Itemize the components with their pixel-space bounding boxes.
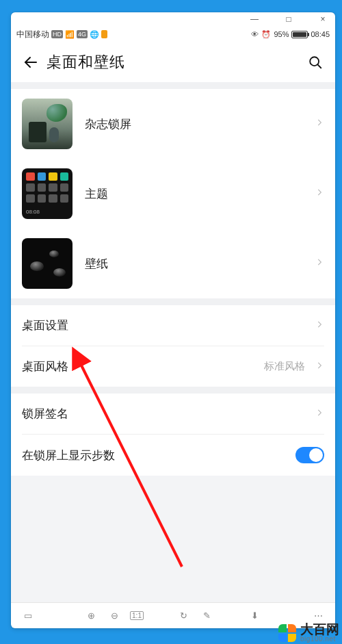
download-icon[interactable]: ⬇ — [248, 610, 263, 621]
row-lock-signature[interactable]: 锁屏签名 — [11, 394, 335, 434]
home-settings-label: 桌面设置 — [22, 318, 68, 333]
watermark-url: big100.net — [300, 636, 339, 643]
row-home-style[interactable]: 桌面风格 标准风格 — [11, 346, 335, 387]
show-steps-label: 在锁屏上显示步数 — [22, 448, 115, 463]
globe-icon: 🌐 — [90, 30, 99, 39]
app-badge — [101, 30, 107, 38]
battery-percent: 95% — [274, 30, 289, 38]
row-show-steps: 在锁屏上显示步数 — [11, 435, 335, 476]
battery-icon — [291, 31, 308, 38]
wallpaper-label: 壁纸 — [85, 256, 309, 272]
clock-label: 08:45 — [311, 30, 330, 38]
signal-icon: 📶 — [65, 30, 75, 39]
content-area: 杂志锁屏 08:08 主题 — [11, 82, 335, 602]
network-badge: 4G — [77, 30, 88, 38]
edit-icon[interactable]: ✎ — [200, 610, 215, 621]
home-style-label: 桌面风格 — [22, 359, 68, 374]
row-wallpaper[interactable]: 壁纸 — [11, 229, 335, 298]
emulator-window: — □ × 中国移动 HD 📶 4G 🌐 👁 ⏰ 95% 08:45 — [11, 12, 335, 628]
chevron-right-icon — [309, 407, 324, 421]
row-magazine-lock[interactable]: 杂志锁屏 — [11, 89, 335, 159]
watermark: 大百网 big100.net — [278, 623, 339, 643]
search-button[interactable] — [304, 51, 327, 74]
rotate-icon[interactable]: ↻ — [176, 610, 192, 621]
appearance-section: 杂志锁屏 08:08 主题 — [11, 89, 335, 298]
alarm-icon: ⏰ — [261, 30, 271, 39]
chevron-right-icon — [309, 118, 324, 130]
zoom-in-icon[interactable]: ⊕ — [83, 610, 98, 621]
zoom-scale-label[interactable]: 1:1 — [130, 611, 144, 620]
home-style-value: 标准风格 — [264, 360, 305, 373]
window-maximize-button[interactable]: □ — [280, 14, 297, 24]
hd-badge: HD — [51, 30, 63, 38]
row-theme[interactable]: 08:08 主题 — [11, 159, 335, 229]
watermark-name: 大百网 — [300, 623, 339, 636]
status-bar: 中国移动 HD 📶 4G 🌐 👁 ⏰ 95% 08:45 — [11, 26, 335, 42]
window-minimize-button[interactable]: — — [246, 14, 263, 24]
chevron-right-icon — [309, 188, 324, 200]
back-button[interactable] — [19, 51, 42, 74]
chevron-right-icon — [309, 257, 324, 270]
page-header: 桌面和壁纸 — [11, 42, 335, 82]
page-title: 桌面和壁纸 — [47, 52, 125, 73]
theme-label: 主题 — [85, 186, 309, 202]
phone-screen: 中国移动 HD 📶 4G 🌐 👁 ⏰ 95% 08:45 — [11, 26, 335, 602]
show-steps-toggle[interactable] — [295, 447, 324, 463]
wallpaper-thumbnail — [22, 238, 73, 289]
theme-thumbnail: 08:08 — [22, 168, 73, 219]
watermark-logo-icon — [278, 624, 296, 642]
window-close-button[interactable]: × — [315, 14, 331, 24]
magazine-lock-label: 杂志锁屏 — [85, 116, 309, 132]
eye-comfort-icon: 👁 — [251, 30, 259, 38]
svg-line-2 — [318, 65, 321, 68]
home-section: 桌面设置 桌面风格 标准风格 — [11, 305, 335, 387]
chevron-right-icon — [309, 360, 324, 374]
magazine-lock-thumbnail — [22, 99, 73, 149]
chevron-right-icon — [309, 319, 324, 333]
more-icon[interactable]: ⋯ — [311, 610, 326, 621]
lock-section: 锁屏签名 在锁屏上显示步数 — [11, 394, 335, 476]
carrier-label: 中国移动 — [16, 29, 49, 40]
window-titlebar: — □ × — [11, 12, 335, 26]
zoom-out-icon[interactable]: ⊖ — [107, 610, 122, 621]
row-home-settings[interactable]: 桌面设置 — [11, 305, 335, 346]
screenshot-icon[interactable]: ▭ — [21, 610, 36, 621]
lock-signature-label: 锁屏签名 — [22, 406, 68, 422]
